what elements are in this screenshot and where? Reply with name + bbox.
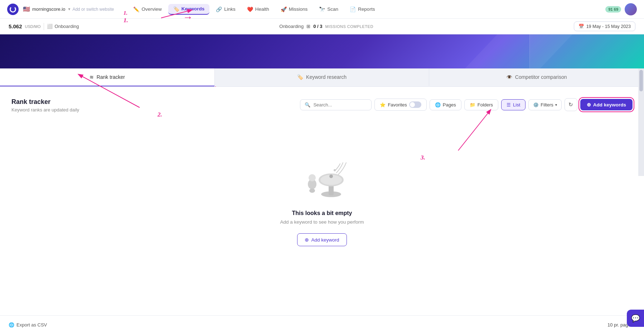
search-input[interactable] [313,102,367,108]
satellite-illustration [294,144,351,201]
satellite-svg [294,144,351,201]
nav-links-item[interactable]: 🔗 Links [211,4,241,14]
tab-competitor-comparison[interactable]: 👁️ Competitor comparison [429,68,644,86]
filters-chevron-icon: ▾ [555,103,557,107]
favorites-toggle[interactable] [409,101,421,108]
main-content: ≋ Rank tracker 🏷️ Keyword research 👁️ Co… [0,68,644,334]
app-logo[interactable] [7,4,19,15]
score-unit: USD/MO [25,24,41,29]
add-switch-link[interactable]: Add or switch website [72,7,114,12]
missions-grid-icon: ⊞ [306,24,310,29]
hero-overlay [529,34,644,68]
missions-icon: 🚀 [281,6,287,12]
links-icon: 🔗 [216,6,222,12]
nav-health[interactable]: ❤️ Health [242,4,274,14]
pages-button[interactable]: 🌐 Pages [430,99,461,110]
scan-icon: 🔭 [319,6,325,12]
health-icon: ❤️ [247,6,253,12]
nav-right: 91 69 [605,3,637,15]
refresh-icon: ↻ [568,101,573,108]
competitor-icon: 👁️ [506,74,512,80]
date-range-button[interactable]: 📅 19 May - 15 May 2023 [574,22,635,31]
filters-button[interactable]: ⚙️ Filters ▾ [528,99,561,110]
rank-tracker-subtitle: Keyword ranks are updated daily [11,107,79,113]
scrollbar-thumb[interactable] [639,70,643,91]
onboarding-link[interactable]: ⬜ Onboarding [47,24,79,29]
add-keyword-button[interactable]: ⊕ Add keyword [297,233,347,246]
sub-bar: 5.062 USD/MO ⬜ Onboarding Onboarding ⊞ 0… [0,19,644,34]
refresh-button[interactable]: ↻ [565,98,577,111]
svg-point-1 [309,174,316,181]
score-badge: 91 69 [605,6,621,13]
nav-reports[interactable]: 📄 Reports [345,4,380,14]
search-icon: 🔍 [305,102,310,108]
nav-scan[interactable]: 🔭 Scan [314,4,343,14]
site-name: morningscore.io [32,6,66,12]
filter-icon: ⚙️ [533,102,539,108]
add-keywords-button[interactable]: ⊕ Add keywords [580,99,633,110]
chat-icon: 💬 [631,314,640,323]
score-value: 5.062 [9,23,22,29]
keywords-icon: 🏷️ [173,6,179,12]
nav-overview[interactable]: ✏️ Overview [128,4,166,14]
tab-keyword-research[interactable]: 🏷️ Keyword research [214,68,429,86]
toolbar: 🔍 ⭐ Favorites 🌐 Pages 📁 Folders [300,98,633,111]
folders-button[interactable]: 📁 Folders [464,99,498,110]
svg-point-8 [334,169,336,171]
onboarding-icon: ⬜ [47,24,53,29]
sub-bar-center: Onboarding ⊞ 0 / 3 MISSIONS COMPLETED [86,24,567,29]
keyword-tabs: ≋ Rank tracker 🏷️ Keyword research 👁️ Co… [0,68,644,87]
chevron-down-icon: ▼ [68,7,71,11]
nav-links: ✏️ Overview 🏷️ Keywords 🔗 Links ❤️ Healt… [128,4,605,15]
sub-bar-left: 5.062 USD/MO ⬜ Onboarding [9,23,79,30]
star-icon: ⭐ [380,102,386,108]
content-panel: Rank tracker Keyword ranks are updated d… [0,87,644,315]
calendar-icon: 📅 [578,24,584,29]
list-icon: ☰ [507,102,511,108]
rank-tracker-icon: ≋ [89,74,94,80]
empty-state: This looks a bit empty Add a keyword to … [11,123,633,261]
search-box[interactable]: 🔍 [300,99,372,110]
folder-icon: 📁 [470,102,475,108]
nav-missions[interactable]: 🚀 Missions [276,4,313,14]
divider [44,23,44,30]
tab-rank-tracker[interactable]: ≋ Rank tracker [0,68,214,86]
keyword-research-icon: 🏷️ [297,74,303,80]
chat-widget[interactable]: 💬 [627,310,644,327]
hero-banner [0,34,644,68]
nav-keywords[interactable]: 🏷️ Keywords [168,4,210,15]
export-csv-button[interactable]: 🌐 Export as CSV [9,322,47,328]
pages-icon: 🌐 [435,102,441,108]
rank-tracker-title: Rank tracker [11,98,79,106]
empty-state-subtitle: Add a keyword to see how you perform [280,219,364,225]
user-avatar[interactable] [625,3,637,15]
svg-point-7 [329,175,333,178]
overview-icon: ✏️ [133,6,139,12]
site-selector[interactable]: 🇺🇸 morningscore.io ▼ [23,6,71,13]
favorites-button[interactable]: ⭐ Favorites [374,99,426,111]
svg-point-2 [309,189,315,193]
plus-icon: ⊕ [587,102,591,108]
list-button[interactable]: ☰ List [501,99,526,110]
plus-circle-icon: ⊕ [305,237,309,243]
empty-state-title: This looks a bit empty [292,210,352,216]
site-flag: 🇺🇸 [23,6,30,13]
top-navigation: 🇺🇸 morningscore.io ▼ Add or switch websi… [0,0,644,19]
sub-bar-right: 📅 19 May - 15 May 2023 [574,22,635,31]
scrollbar[interactable] [638,68,644,176]
export-icon: 🌐 [9,322,14,328]
rank-header: Rank tracker Keyword ranks are updated d… [11,98,633,113]
reports-icon: 📄 [350,6,356,12]
rank-title-block: Rank tracker Keyword ranks are updated d… [11,98,79,113]
bottom-bar: 🌐 Export as CSV 10 pr. page ▾ [0,315,644,334]
